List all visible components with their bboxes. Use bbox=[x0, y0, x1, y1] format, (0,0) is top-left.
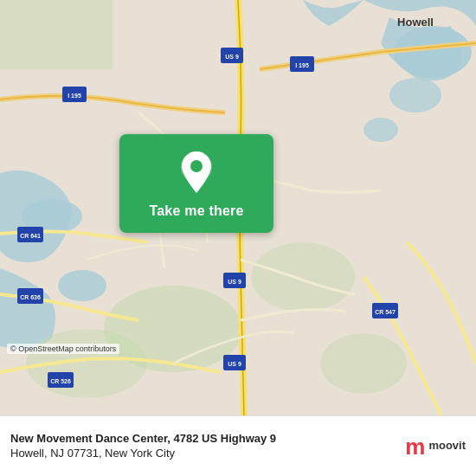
location-info: New Movement Dance Center, 4782 US Highw… bbox=[10, 432, 396, 461]
svg-rect-6 bbox=[0, 0, 113, 69]
moovit-m-icon: m bbox=[405, 435, 425, 458]
svg-text:CR 526: CR 526 bbox=[50, 378, 71, 384]
button-label: Take me there bbox=[135, 203, 257, 233]
svg-text:I 195: I 195 bbox=[295, 62, 309, 68]
svg-point-31 bbox=[190, 160, 203, 172]
svg-text:CR 641: CR 641 bbox=[20, 233, 41, 239]
pin-icon-area bbox=[160, 134, 233, 203]
info-bar: New Movement Dance Center, 4782 US Highw… bbox=[0, 415, 476, 476]
svg-point-1 bbox=[58, 270, 106, 301]
moovit-logo-icon: m moovit bbox=[405, 435, 466, 458]
svg-text:Howell: Howell bbox=[397, 16, 434, 29]
map-area: I 195 I 195 US 9 US 9 US 9 CR 641 CR 636… bbox=[0, 0, 476, 415]
svg-point-9 bbox=[320, 333, 407, 394]
svg-text:US 9: US 9 bbox=[225, 54, 239, 60]
svg-text:US 9: US 9 bbox=[228, 361, 241, 367]
svg-text:CR 547: CR 547 bbox=[375, 309, 396, 315]
moovit-wordmark: moovit bbox=[428, 440, 466, 452]
take-me-there-button[interactable]: Take me there bbox=[119, 134, 273, 233]
svg-point-4 bbox=[389, 78, 441, 113]
svg-text:CR 636: CR 636 bbox=[20, 294, 41, 300]
svg-point-5 bbox=[363, 118, 398, 142]
svg-text:I 195: I 195 bbox=[68, 93, 81, 99]
moovit-brand-text: moovit bbox=[428, 440, 466, 452]
attribution: © OpenStreetMap contributors bbox=[7, 344, 119, 354]
svg-point-8 bbox=[251, 242, 355, 312]
location-pin-icon bbox=[177, 150, 215, 196]
attribution-text: © OpenStreetMap contributors bbox=[10, 344, 116, 353]
location-sub: Howell, NJ 07731, New York City bbox=[10, 447, 396, 461]
svg-text:US 9: US 9 bbox=[228, 279, 241, 285]
location-name: New Movement Dance Center, 4782 US Highw… bbox=[10, 432, 396, 447]
